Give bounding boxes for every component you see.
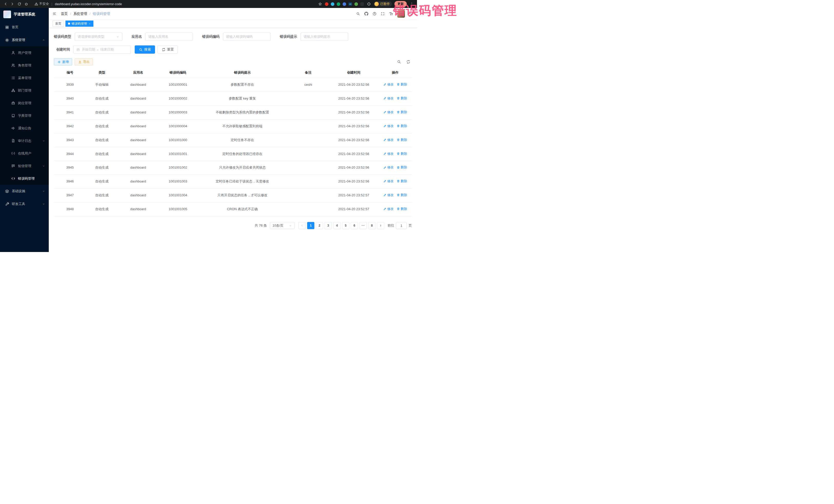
profile-paused-badge[interactable]: 已暂停 <box>374 1 392 7</box>
cell-operations: 修改删除 <box>378 175 412 189</box>
font-size-icon[interactable] <box>389 12 393 16</box>
cell-time: 2021-04-20 23:52:56 <box>329 133 378 147</box>
error-hint-input[interactable]: 请输入错误码提示 <box>301 32 348 41</box>
help-icon[interactable] <box>373 12 376 16</box>
sidebar-item-首页[interactable]: 首页 <box>0 21 49 34</box>
fullscreen-icon[interactable] <box>381 12 385 16</box>
page-button-3[interactable]: 3 <box>325 222 332 229</box>
page-button-6[interactable]: 6 <box>351 222 358 229</box>
page-button-2[interactable]: 2 <box>316 222 323 229</box>
sidebar-item-角色管理[interactable]: 角色管理 <box>0 59 49 72</box>
page-button-4[interactable]: 4 <box>333 222 341 229</box>
sidebar-item-用户管理[interactable]: 用户管理 <box>0 46 49 59</box>
add-button[interactable]: 新增 <box>54 58 72 65</box>
reload-icon[interactable] <box>17 2 22 6</box>
goto-page-input[interactable]: 1 <box>396 222 407 229</box>
address-bar[interactable]: 不安全 | dashboard.yudao.iocoder.cn/system/… <box>35 2 122 6</box>
delete-link[interactable]: 删除 <box>397 165 407 170</box>
extension-icon[interactable]: on <box>349 2 352 6</box>
cell-hint: 只允许修改为开启或者关闭状态 <box>197 161 288 175</box>
edit-link[interactable]: 修改 <box>383 206 394 211</box>
user-icon <box>11 51 15 54</box>
cell-type: 自动生成 <box>86 147 118 161</box>
search-icon[interactable] <box>356 12 360 16</box>
bookmark-star-icon[interactable] <box>318 2 322 6</box>
edit-link[interactable]: 修改 <box>383 137 394 142</box>
delete-link[interactable]: 删除 <box>397 124 407 128</box>
delete-link[interactable]: 删除 <box>397 193 407 197</box>
more-pages-button[interactable]: ··· <box>359 222 367 229</box>
extension-icon[interactable] <box>325 2 328 6</box>
edit-link[interactable]: 修改 <box>383 151 394 156</box>
error-type-select[interactable]: 请选择错误码类型 <box>75 32 123 41</box>
delete-link[interactable]: 删除 <box>397 206 407 211</box>
tab-错误码管理[interactable]: 错误码管理 <box>65 21 93 27</box>
sidebar-item-短信管理[interactable]: 短信管理 <box>0 160 49 172</box>
edit-link[interactable]: 修改 <box>383 124 394 128</box>
tags-view: 首页错误码管理 <box>49 20 417 28</box>
edit-link[interactable]: 修改 <box>383 82 394 87</box>
edit-link[interactable]: 修改 <box>383 193 394 197</box>
edit-link[interactable]: 修改 <box>383 165 394 170</box>
cell-operations: 修改删除 <box>378 92 412 106</box>
breadcrumb-item[interactable]: 首页 <box>61 12 68 16</box>
delete-link[interactable]: 删除 <box>397 151 407 156</box>
user-avatar[interactable] <box>397 10 405 18</box>
search-button[interactable]: 搜索 <box>135 45 155 53</box>
back-icon[interactable] <box>3 2 8 6</box>
github-icon[interactable] <box>365 12 368 16</box>
extension-icon[interactable] <box>343 2 346 6</box>
sidebar-item-系统管理[interactable]: 系统管理 <box>0 34 49 46</box>
delete-icon <box>397 138 400 141</box>
extensions-puzzle-icon[interactable] <box>367 2 371 6</box>
page-size-select[interactable]: 10条/页 <box>270 222 294 229</box>
extension-icon[interactable] <box>354 2 358 6</box>
next-page-button[interactable] <box>377 222 384 229</box>
cell-remark <box>288 175 329 189</box>
page-button-5[interactable]: 5 <box>342 222 349 229</box>
browser-menu-icon[interactable] <box>409 2 414 6</box>
sidebar-item-审计日志[interactable]: 审计日志 <box>0 134 49 147</box>
sidebar-item-研发工具[interactable]: 研发工具 <box>0 198 49 211</box>
extension-icon[interactable] <box>360 2 364 6</box>
prev-page-button[interactable] <box>299 222 306 229</box>
sidebar-item-通知公告[interactable]: 通知公告 <box>0 122 49 134</box>
sidebar-item-在线用户[interactable]: 在线用户 <box>0 147 49 160</box>
extension-icon[interactable] <box>331 2 334 6</box>
forward-icon[interactable] <box>10 2 15 6</box>
sidebar-item-基础设施[interactable]: 基础设施 <box>0 185 49 198</box>
delete-link[interactable]: 删除 <box>397 96 407 101</box>
extension-icon[interactable] <box>337 2 340 6</box>
toggle-search-button[interactable] <box>397 60 401 64</box>
export-button[interactable]: 导出 <box>75 58 93 65</box>
sidebar-item-部门管理[interactable]: 部门管理 <box>0 84 49 97</box>
sidebar-item-错误码管理[interactable]: 错误码管理 <box>0 172 49 185</box>
delete-link[interactable]: 删除 <box>397 137 407 142</box>
cell-remark <box>288 92 329 106</box>
edit-link[interactable]: 修改 <box>383 110 394 114</box>
caret-down-icon[interactable] <box>409 12 413 16</box>
close-icon[interactable] <box>89 23 91 25</box>
sidebar-item-字典管理[interactable]: 字典管理 <box>0 109 49 122</box>
edit-link[interactable]: 修改 <box>383 96 394 101</box>
error-code-input[interactable]: 请输入错误码编码 <box>223 32 271 41</box>
breadcrumb-item[interactable]: 系统管理 <box>73 12 87 16</box>
breadcrumb: 首页/系统管理/错误码管理 <box>61 12 110 16</box>
hamburger-icon[interactable] <box>52 12 57 16</box>
page-button-1[interactable]: 1 <box>307 222 314 229</box>
app-name-input[interactable]: 请输入应用名 <box>145 32 193 41</box>
delete-link[interactable]: 删除 <box>397 179 407 183</box>
delete-link[interactable]: 删除 <box>397 82 407 87</box>
reset-button[interactable]: 重置 <box>158 45 178 53</box>
page-button-8[interactable]: 8 <box>368 222 375 229</box>
home-icon[interactable] <box>24 2 28 6</box>
tab-首页[interactable]: 首页 <box>52 21 64 27</box>
edit-link[interactable]: 修改 <box>383 179 394 183</box>
sidebar-item-岗位管理[interactable]: 岗位管理 <box>0 97 49 109</box>
refresh-button[interactable] <box>406 60 410 64</box>
sidebar-item-菜单管理[interactable]: 菜单管理 <box>0 72 49 84</box>
app-logo[interactable]: 芋道管理系统 <box>0 8 49 21</box>
delete-link[interactable]: 删除 <box>397 110 407 114</box>
date-range-picker[interactable]: 开始日期 - 结束日期 <box>73 45 131 53</box>
update-button[interactable]: 更新 <box>394 1 407 7</box>
